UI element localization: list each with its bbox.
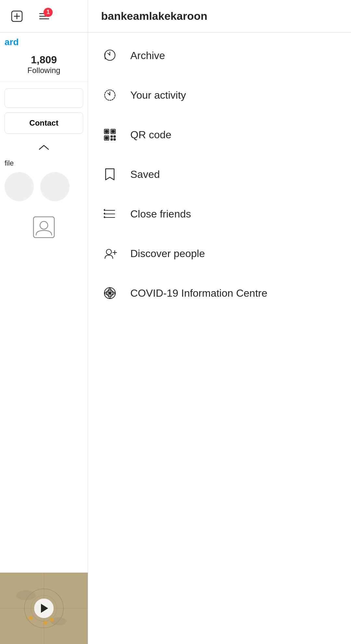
saved-icon — [101, 166, 119, 183]
play-button[interactable] — [34, 599, 54, 618]
qr-icon — [101, 126, 119, 143]
svg-marker-35 — [104, 217, 105, 218]
menu-item-saved[interactable]: Saved — [88, 155, 351, 194]
map-thumbnail — [0, 573, 88, 644]
svg-marker-33 — [104, 209, 105, 211]
notification-badge: 1 — [44, 8, 53, 17]
menu-button[interactable]: 1 — [35, 7, 53, 25]
stats-row: 1,809 Following — [0, 47, 88, 82]
profile-buttons: Contact — [0, 82, 88, 140]
dropdown-header: bankeamlakekaroon — [88, 0, 351, 32]
menu-item-covid-info[interactable]: COVID-19 Information Centre — [88, 273, 351, 313]
portrait-icon-area — [0, 204, 88, 243]
svg-rect-23 — [112, 130, 114, 133]
archive-label: Archive — [130, 50, 165, 62]
close-friends-icon — [101, 205, 119, 223]
svg-point-14 — [16, 590, 36, 600]
edit-profile-btn[interactable] — [5, 88, 83, 108]
covid-label: COVID-19 Information Centre — [130, 287, 267, 299]
menu-item-archive[interactable]: Archive — [88, 36, 351, 75]
portrait-icon — [31, 214, 57, 240]
svg-rect-26 — [111, 136, 112, 137]
svg-point-36 — [106, 249, 111, 254]
menu-item-qr-code[interactable]: QR code — [88, 115, 351, 155]
saved-label: Saved — [130, 168, 160, 180]
highlights-title: file — [5, 159, 83, 167]
svg-point-18 — [50, 618, 54, 622]
activity-label: Your activity — [130, 89, 186, 101]
svg-point-17 — [44, 621, 47, 625]
covid-icon — [101, 284, 119, 302]
svg-rect-28 — [111, 139, 112, 140]
play-triangle-icon — [41, 604, 48, 613]
partial-blue-text: ard — [0, 32, 88, 47]
svg-point-16 — [29, 616, 33, 620]
menu-item-your-activity[interactable]: Your activity — [88, 75, 351, 115]
following-count: 1,809 — [0, 54, 88, 66]
qr-label: QR code — [130, 129, 171, 141]
discover-icon — [101, 245, 119, 262]
left-panel: 1 ard 1,809 Following Contact file — [0, 0, 88, 644]
highlights-section: file — [0, 156, 88, 204]
discover-label: Discover people — [130, 248, 205, 260]
menu-list: Archive Your activity — [88, 32, 351, 316]
svg-point-7 — [40, 221, 48, 229]
svg-rect-27 — [114, 136, 115, 137]
svg-rect-21 — [105, 130, 108, 133]
svg-rect-29 — [114, 139, 115, 140]
close-friends-label: Close friends — [130, 208, 191, 220]
highlight-circle-1[interactable] — [5, 172, 34, 201]
highlight-circle-2[interactable] — [40, 172, 70, 201]
dropdown-menu-panel: bankeamlakekaroon Archive — [88, 0, 351, 644]
activity-icon — [101, 86, 119, 104]
following-label: Following — [0, 66, 88, 75]
dropdown-username: bankeamlakekaroon — [101, 10, 207, 22]
chevron-up-icon[interactable] — [0, 140, 88, 156]
top-bar: 1 — [0, 0, 88, 32]
menu-item-discover-people[interactable]: Discover people — [88, 234, 351, 273]
thumbnail-area[interactable] — [0, 573, 88, 644]
svg-rect-6 — [33, 217, 54, 238]
menu-item-close-friends[interactable]: Close friends — [88, 194, 351, 234]
svg-marker-34 — [104, 213, 105, 214]
new-post-button[interactable] — [8, 7, 26, 25]
archive-icon — [101, 47, 119, 64]
top-bar-icons: 1 — [8, 7, 53, 25]
following-stat: 1,809 Following — [0, 51, 88, 78]
svg-point-41 — [109, 292, 111, 294]
contact-button[interactable]: Contact — [5, 112, 83, 134]
svg-rect-25 — [105, 137, 108, 139]
highlights-row — [5, 172, 83, 201]
